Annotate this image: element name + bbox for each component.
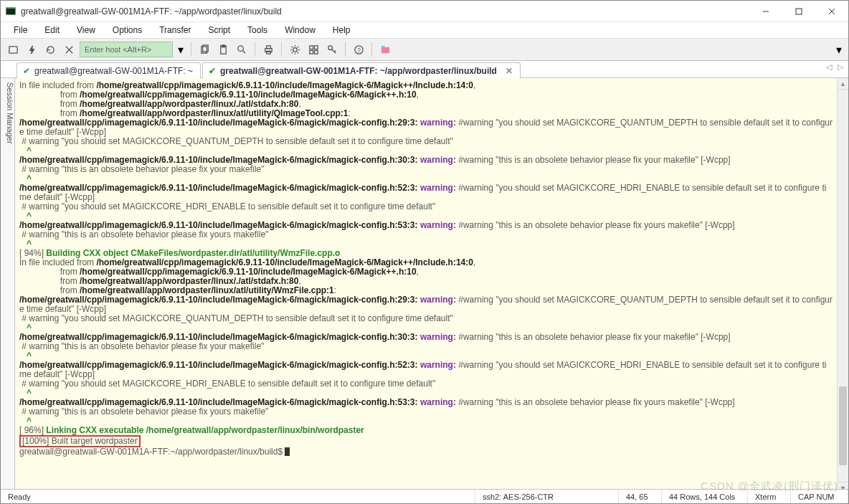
- toolbar: Enter host <Alt+R> ▾ ? ▾: [1, 38, 848, 61]
- menu-transfer[interactable]: Transfer: [152, 24, 198, 37]
- menu-bar: File Edit View Options Transfer Script T…: [1, 22, 848, 38]
- tab-label: greatwall@greatwall-GW-001M1A-FTF: ~/app…: [220, 66, 497, 76]
- status-position: 44, 65: [619, 490, 662, 503]
- print-icon[interactable]: [260, 42, 276, 57]
- scroll-thumb[interactable]: [839, 386, 847, 465]
- tabs-icon[interactable]: [377, 42, 393, 57]
- minimize-button[interactable]: [749, 1, 782, 22]
- app-icon: [5, 6, 16, 17]
- status-caps: CAP NUM: [791, 490, 848, 503]
- terminal[interactable]: In file included from /home/greatwall/cp…: [15, 78, 837, 493]
- svg-rect-16: [314, 50, 318, 54]
- svg-rect-7: [222, 44, 224, 47]
- svg-rect-14: [314, 45, 318, 49]
- help-icon[interactable]: ?: [351, 42, 366, 57]
- gear-icon[interactable]: [287, 42, 303, 57]
- menu-file[interactable]: File: [6, 24, 34, 37]
- menu-edit[interactable]: Edit: [37, 24, 67, 37]
- close-icon[interactable]: ✕: [506, 66, 513, 76]
- status-size: 44 Rows, 144 Cols: [662, 490, 748, 503]
- host-dropdown[interactable]: ▾: [176, 42, 186, 57]
- svg-text:?: ?: [357, 47, 361, 54]
- svg-rect-10: [266, 45, 270, 48]
- separator: [255, 42, 255, 57]
- menu-script[interactable]: Script: [201, 24, 237, 37]
- window-title: greatwall@greatwall-GW-001M1A-FTF: ~/app…: [21, 6, 749, 16]
- copy-icon[interactable]: [196, 42, 212, 57]
- terminal-wrap: In file included from /home/greatwall/cp…: [15, 78, 848, 493]
- scroll-up[interactable]: ▲: [838, 78, 848, 90]
- menu-options[interactable]: Options: [105, 24, 149, 37]
- tab-prev[interactable]: ◁: [824, 62, 834, 72]
- disconnect-icon[interactable]: [61, 42, 77, 57]
- find-icon[interactable]: [234, 42, 250, 57]
- tab-label: greatwall@greatwall-GW-001M1A-FTF: ~: [34, 66, 193, 76]
- separator: [281, 42, 282, 57]
- profile-icon[interactable]: [5, 42, 21, 57]
- separator: [345, 42, 346, 57]
- check-icon: ✔: [209, 66, 216, 76]
- svg-rect-15: [309, 50, 313, 54]
- svg-rect-3: [9, 46, 16, 52]
- status-ready: Ready: [1, 490, 475, 503]
- paste-icon[interactable]: [215, 42, 231, 57]
- toolbar-overflow[interactable]: ▾: [834, 42, 844, 57]
- title-bar: greatwall@greatwall-GW-001M1A-FTF: ~/app…: [1, 1, 848, 22]
- tab-session-2[interactable]: ✔ greatwall@greatwall-GW-001M1A-FTF: ~/a…: [202, 62, 521, 78]
- svg-rect-20: [381, 47, 389, 52]
- svg-rect-21: [381, 45, 384, 47]
- close-button[interactable]: [815, 1, 848, 22]
- svg-rect-1: [6, 9, 15, 14]
- sidebar-label: Session Manager: [6, 82, 14, 144]
- key-icon[interactable]: [324, 42, 340, 57]
- host-input[interactable]: Enter host <Alt+R>: [80, 42, 173, 57]
- host-placeholder: Enter host <Alt+R>: [85, 45, 151, 54]
- svg-rect-11: [266, 51, 270, 54]
- status-cipher: ssh2: AES-256-CTR: [475, 490, 619, 503]
- scrollbar[interactable]: ▲ ▼: [837, 78, 848, 493]
- svg-point-12: [293, 47, 297, 52]
- window-controls: [749, 1, 848, 22]
- sessions-icon[interactable]: [305, 42, 321, 57]
- reconnect-icon[interactable]: [42, 42, 58, 57]
- check-icon: ✔: [23, 66, 30, 76]
- session-manager-sidebar[interactable]: Session Manager: [1, 78, 15, 493]
- separator: [191, 42, 191, 57]
- menu-help[interactable]: Help: [326, 24, 358, 37]
- main-area: Session Manager In file included from /h…: [1, 78, 848, 493]
- lightning-icon[interactable]: [24, 42, 39, 57]
- svg-point-8: [237, 45, 243, 51]
- tab-row: ✔ greatwall@greatwall-GW-001M1A-FTF: ~ ✔…: [1, 61, 848, 78]
- menu-tools[interactable]: Tools: [240, 24, 275, 37]
- tab-session-1[interactable]: ✔ greatwall@greatwall-GW-001M1A-FTF: ~: [16, 62, 201, 78]
- menu-view[interactable]: View: [70, 24, 103, 37]
- separator: [371, 42, 372, 57]
- menu-window[interactable]: Window: [278, 24, 323, 37]
- svg-rect-13: [309, 45, 313, 49]
- svg-rect-2: [796, 9, 802, 14]
- maximize-button[interactable]: [782, 1, 815, 22]
- tab-next[interactable]: ▷: [835, 62, 845, 72]
- status-bar: Ready ssh2: AES-256-CTR 44, 65 44 Rows, …: [1, 489, 848, 503]
- status-termtype: Xterm: [748, 490, 791, 503]
